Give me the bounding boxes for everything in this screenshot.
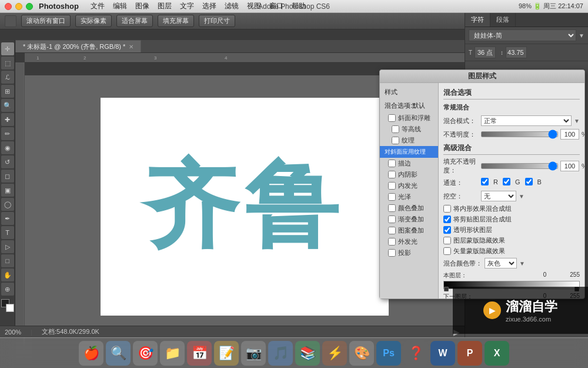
scroll-all-windows-button[interactable]: 滚动所有窗口	[21, 15, 71, 27]
fill-opacity-slider[interactable]	[481, 163, 558, 169]
menu-filter[interactable]: 滤镜	[225, 1, 239, 11]
color-overlay-checkbox[interactable]	[388, 204, 396, 212]
dock-item8[interactable]: 🎵	[268, 341, 293, 366]
menu-file[interactable]: 文件	[91, 1, 105, 11]
shape-tool[interactable]: □	[1, 254, 14, 267]
bevel-checkbox[interactable]	[388, 114, 396, 122]
satin-checkbox[interactable]	[388, 193, 396, 201]
close-button[interactable]	[5, 3, 12, 10]
style-list-active[interactable]: 对斜面应用纹理	[380, 146, 438, 158]
gradient-tool[interactable]: ▣	[1, 184, 14, 197]
dock-word[interactable]: W	[430, 341, 455, 366]
dock-finder[interactable]: 🍎	[79, 341, 103, 366]
zoom-tool[interactable]: ⊕	[1, 283, 14, 296]
pen-tool[interactable]: ✒	[1, 212, 14, 225]
stamp-tool[interactable]: ◉	[1, 141, 14, 154]
style-list-satin[interactable]: 光泽	[380, 191, 438, 203]
blend-color-select[interactable]: 灰色	[485, 258, 517, 268]
cb5-checkbox[interactable]	[443, 247, 451, 255]
texture-checkbox[interactable]	[392, 137, 399, 144]
healing-tool[interactable]: ✚	[1, 113, 14, 126]
history-tool[interactable]: ↺	[1, 155, 14, 168]
dock-item4[interactable]: 📁	[160, 341, 185, 366]
lasso-tool[interactable]: ℒ	[1, 71, 14, 84]
stroke-checkbox[interactable]	[388, 160, 396, 167]
color-selector[interactable]	[1, 299, 14, 312]
dock-powerpoint[interactable]: P	[457, 341, 482, 366]
menu-image[interactable]: 图像	[135, 1, 149, 11]
dock-item6[interactable]: 📝	[214, 341, 239, 366]
blend-mode-select[interactable]: 正常	[481, 115, 572, 126]
minimize-button[interactable]	[15, 3, 22, 10]
tab-character[interactable]: 字符	[465, 13, 490, 26]
dock-item3[interactable]: 🎯	[133, 341, 158, 366]
style-list-blend[interactable]: 混合选项:默认	[380, 99, 438, 112]
dock-item5[interactable]: 📅	[187, 341, 212, 366]
outer-glow-checkbox[interactable]	[388, 238, 396, 246]
cb2-checkbox[interactable]	[443, 216, 451, 223]
eraser-tool[interactable]: ◻	[1, 170, 14, 183]
cb1-checkbox[interactable]	[443, 205, 451, 213]
gradient-overlay-checkbox[interactable]	[388, 216, 396, 223]
font-size-input[interactable]	[475, 47, 496, 58]
drop-shadow-checkbox[interactable]	[388, 249, 396, 257]
pattern-overlay-checkbox[interactable]	[388, 227, 396, 234]
style-list-drop-shadow[interactable]: 投影	[380, 247, 438, 258]
dock-item11[interactable]: 🎨	[349, 341, 374, 366]
dock-item9[interactable]: 📚	[295, 341, 320, 366]
hand-tool[interactable]: ✋	[1, 268, 14, 281]
style-list-texture[interactable]: 纹理	[380, 135, 438, 146]
crop-tool[interactable]: ⊞	[1, 85, 14, 98]
menu-select[interactable]: 选择	[202, 1, 216, 11]
style-list-inner-glow[interactable]: 内发光	[380, 180, 438, 191]
maximize-button[interactable]	[26, 3, 33, 10]
window-controls[interactable]	[5, 3, 33, 10]
menu-layer[interactable]: 图层	[158, 1, 172, 11]
style-list-stroke[interactable]: 描边	[380, 158, 438, 169]
line-height-input[interactable]	[506, 47, 527, 58]
style-list-style[interactable]: 样式	[380, 85, 438, 99]
inner-shadow-checkbox[interactable]	[388, 171, 396, 178]
dock-item7[interactable]: 📷	[241, 341, 266, 366]
channel-b-checkbox[interactable]	[525, 178, 533, 185]
style-list-bevel[interactable]: 斜面和浮雕	[380, 112, 438, 124]
cb4-checkbox[interactable]	[443, 237, 451, 244]
dock-finder2[interactable]: 🔍	[106, 341, 131, 366]
dock-excel[interactable]: X	[485, 341, 509, 366]
knockout-select[interactable]: 无	[481, 191, 516, 201]
fill-opacity-input[interactable]	[560, 161, 579, 171]
tab-paragraph[interactable]: 段落	[490, 13, 516, 26]
style-list-contour[interactable]: 等高线	[380, 124, 438, 135]
style-list-gradient-overlay[interactable]: 渐变叠加	[380, 214, 438, 225]
fill-screen-button[interactable]: 填充屏幕	[158, 15, 194, 27]
dock-item10[interactable]: ⚡	[322, 341, 347, 366]
actual-pixels-button[interactable]: 实际像素	[75, 15, 112, 27]
text-tool[interactable]: T	[1, 226, 14, 239]
menu-edit[interactable]: 编辑	[113, 1, 127, 11]
opacity-slider[interactable]	[481, 131, 558, 137]
contour-checkbox[interactable]	[392, 125, 399, 133]
style-list-inner-shadow[interactable]: 内阴影	[380, 169, 438, 180]
font-family-select[interactable]: 娃娃体-简	[469, 29, 576, 41]
fit-screen-button[interactable]: 适合屏幕	[116, 15, 153, 27]
style-list-pattern-overlay[interactable]: 图案叠加	[380, 225, 438, 236]
menu-text[interactable]: 文字	[180, 1, 194, 11]
eyedropper-tool[interactable]: 🔍	[1, 99, 14, 112]
inner-glow-checkbox[interactable]	[388, 182, 396, 190]
channel-g-checkbox[interactable]	[503, 178, 510, 185]
style-list-outer-glow[interactable]: 外发光	[380, 236, 438, 247]
brush-tool[interactable]: ✏	[1, 127, 14, 140]
selection-tool[interactable]: ⬚	[1, 57, 14, 69]
channel-r-checkbox[interactable]	[481, 178, 489, 185]
dock-ps[interactable]: Ps	[376, 341, 401, 366]
dodge-tool[interactable]: ◯	[1, 198, 14, 211]
this-layer-min-handle[interactable]	[444, 287, 449, 291]
move-tool[interactable]: ✛	[1, 42, 14, 55]
document-tab[interactable]: * 未标题-1 @ 200% (齐鲁, RGB/8) * ✕	[15, 40, 141, 52]
print-size-button[interactable]: 打印尺寸	[199, 15, 235, 27]
style-list-color-overlay[interactable]: 颜色叠加	[380, 203, 438, 214]
opacity-input[interactable]	[560, 129, 579, 140]
close-tab-icon[interactable]: ✕	[129, 44, 133, 50]
path-tool[interactable]: ▷	[1, 240, 14, 253]
cb3-checkbox[interactable]	[443, 226, 451, 234]
